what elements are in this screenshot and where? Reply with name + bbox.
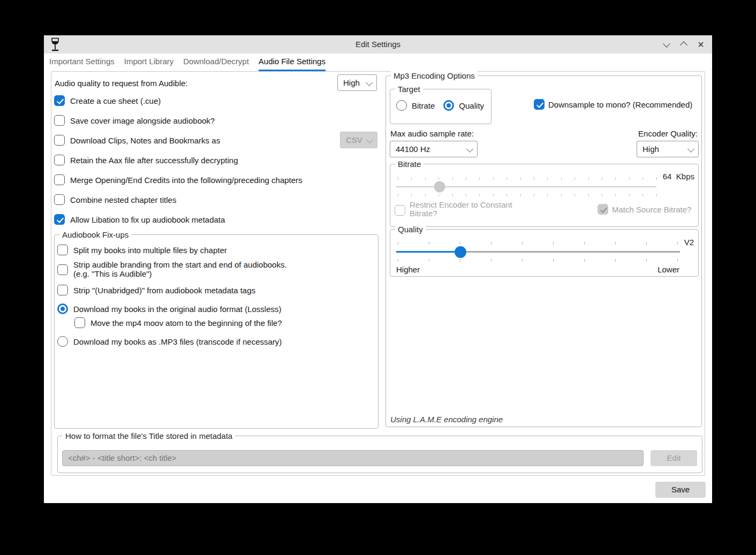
minimize-button[interactable] [660, 37, 673, 51]
bitrate-legend: Bitrate [395, 159, 424, 169]
chevron-down-icon [687, 146, 694, 153]
merge-credits-checkbox[interactable] [54, 174, 65, 185]
encoding-engine-note: Using L.A.M.E encoding engine [390, 415, 503, 424]
tab-important-settings[interactable]: Important Settings [49, 56, 115, 71]
retain-aax-row[interactable]: Retain the Aax file after successfully d… [54, 153, 238, 167]
audio-quality-select[interactable]: High [337, 74, 377, 91]
target-bitrate-label: Bitrate [412, 101, 435, 110]
lossless-format-label: Download my books in the original audio … [73, 305, 282, 314]
bitrate-value-readout: 64 Kbps [663, 172, 694, 181]
sample-rate-value: 44100 Hz [396, 145, 430, 154]
chevron-down-icon [366, 136, 373, 143]
chevron-down-icon [366, 79, 373, 86]
quality-slider[interactable] [396, 251, 680, 253]
downsample-checkbox[interactable] [534, 99, 545, 110]
sample-rate-select[interactable]: 44100 Hz [390, 141, 478, 157]
cover-image-checkbox[interactable] [54, 115, 65, 126]
downsample-label: Downsample to mono? (Recommended) [548, 100, 692, 109]
tab-bar: Important Settings Import Library Downlo… [49, 56, 326, 71]
retain-aax-checkbox[interactable] [54, 155, 65, 165]
strip-branding-checkbox[interactable] [57, 264, 68, 275]
split-books-label: Split my books into multiple files by ch… [73, 246, 227, 255]
cue-sheet-row[interactable]: Create a cue sheet (.cue) [54, 94, 161, 108]
split-books-checkbox[interactable] [57, 245, 68, 255]
mp3-files-row[interactable]: Download my books as .MP3 files (transco… [57, 334, 282, 348]
check-icon [536, 101, 543, 108]
tab-import-library[interactable]: Import Library [124, 56, 174, 71]
bitrate-value: 64 [663, 172, 672, 181]
strip-branding-label-line2: (e.g. "This is Audible") [73, 270, 287, 279]
close-button[interactable]: ✕ [694, 37, 707, 51]
quality-ticks-top [398, 242, 678, 245]
moov-atom-label: Move the mp4 moov atom to the beginning … [90, 318, 282, 328]
bitrate-ticks-bottom [398, 194, 657, 196]
quality-value: V2 [684, 238, 694, 247]
combine-chapters-checkbox[interactable] [54, 194, 65, 205]
quality-lower-label: Lower [657, 265, 679, 274]
retain-aax-label: Retain the Aax file after successfully d… [70, 156, 238, 165]
save-button[interactable]: Save [655, 482, 706, 498]
encoder-quality-value: High [642, 145, 659, 154]
strip-branding-row[interactable]: Strip audible branding from the start an… [57, 261, 287, 278]
sample-rate-label: Max audio sample rate: [390, 129, 474, 138]
title-format-legend: How to format the file's Title stored in… [63, 431, 235, 441]
clips-notes-checkbox[interactable] [54, 135, 65, 146]
bitrate-ticks-top [398, 177, 657, 180]
mp3-encoding-options-legend: Mp3 Encoding Options [391, 71, 478, 81]
quality-higher-label: Higher [396, 265, 420, 274]
maximize-button[interactable] [677, 37, 690, 51]
clips-format-value: CSV [346, 135, 362, 145]
moov-atom-checkbox[interactable] [74, 317, 85, 328]
bitrate-slider-handle [434, 181, 445, 193]
cue-sheet-checkbox[interactable] [54, 95, 65, 106]
combine-chapters-row[interactable]: Combine nested chapter titles [54, 193, 176, 207]
audiobook-fixups-legend: Audiobook Fix-ups [59, 230, 131, 240]
strip-unabridged-row[interactable]: Strip "(Unabridged)" from audiobook meta… [57, 283, 255, 297]
tab-audio-file-settings[interactable]: Audio File Settings [259, 56, 326, 71]
quality-legend: Quality [395, 224, 426, 234]
mp3-files-radio[interactable] [57, 336, 68, 347]
close-icon: ✕ [697, 40, 704, 50]
merge-credits-label: Merge Opening/End Credits into the follo… [70, 176, 303, 185]
target-quality-label: Quality [459, 101, 484, 110]
restrict-cbr-checkbox [395, 205, 405, 216]
audio-quality-label: Audio quality to request from Audible: [55, 79, 187, 88]
target-quality-radio[interactable] [443, 100, 454, 111]
encoder-quality-label: Encoder Quality: [638, 129, 698, 138]
restrict-cbr-row: Restrict Encoder to Constant Bitrate? [395, 201, 522, 218]
titlebar: Edit Settings ✕ [44, 35, 712, 54]
encoder-quality-select[interactable]: High [637, 141, 699, 157]
moov-atom-row[interactable]: Move the mp4 moov atom to the beginning … [74, 316, 282, 330]
audio-file-settings-panel: Audio quality to request from Audible: H… [51, 71, 705, 476]
quality-slider-handle[interactable] [455, 246, 466, 258]
chevron-down-icon [663, 40, 670, 48]
fixup-metadata-checkbox[interactable] [54, 214, 65, 225]
check-icon [56, 97, 63, 104]
clips-format-select: CSV [340, 132, 377, 148]
restrict-cbr-label: Restrict Encoder to Constant Bitrate? [410, 201, 522, 218]
clips-notes-row[interactable]: Download Clips, Notes and Bookmarks as [54, 133, 220, 147]
split-books-row[interactable]: Split my books into multiple files by ch… [57, 243, 227, 257]
edit-button: Edit [651, 450, 697, 466]
cover-image-row[interactable]: Save cover image alongside audiobook? [54, 113, 215, 127]
window-title: Edit Settings [44, 35, 712, 54]
strip-unabridged-checkbox[interactable] [57, 285, 68, 295]
fixup-metadata-row[interactable]: Allow Libation to fix up audiobook metad… [54, 212, 225, 226]
merge-credits-row[interactable]: Merge Opening/End Credits into the follo… [54, 173, 303, 187]
target-legend: Target [395, 84, 423, 94]
title-format-group: How to format the file's Title stored in… [57, 436, 702, 473]
target-radio-row: Bitrate Quality [396, 98, 484, 112]
downsample-row[interactable]: Downsample to mono? (Recommended) [534, 97, 692, 111]
combine-chapters-label: Combine nested chapter titles [70, 195, 176, 204]
cover-image-label: Save cover image alongside audiobook? [70, 116, 215, 125]
mp3-files-label: Download my books as .MP3 files (transco… [73, 337, 282, 346]
lossless-format-row[interactable]: Download my books in the original audio … [57, 302, 282, 316]
chevron-down-icon [466, 146, 473, 153]
target-bitrate-radio[interactable] [396, 100, 407, 111]
target-group: Target Bitrate Quality [390, 89, 492, 124]
window-controls: ✕ [660, 35, 707, 54]
lossless-format-radio[interactable] [57, 303, 68, 314]
title-format-input: <ch#> - <title short>: <ch title> [62, 450, 644, 466]
tab-download-decrypt[interactable]: Download/Decrypt [183, 56, 249, 71]
check-icon [600, 206, 607, 213]
